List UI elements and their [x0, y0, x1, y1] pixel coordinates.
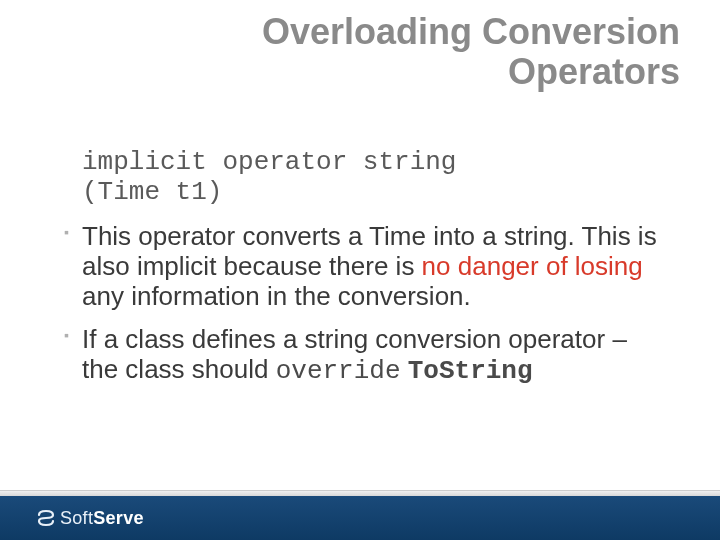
slide-title: Overloading Conversion Operators [262, 12, 680, 91]
code-line-1: implicit operator string [82, 147, 456, 177]
bullet-1-highlight: no danger of losing [422, 251, 643, 281]
brand-logo: SoftServe [36, 508, 144, 529]
brand-name-serve: Serve [93, 508, 144, 528]
bullet-1: This operator converts a Time into a str… [64, 222, 660, 312]
bullet-1-text-b: any information in the conversion. [82, 281, 471, 311]
footer-bar: SoftServe [0, 496, 720, 540]
slide-content: implicit operator string (Time t1) This … [82, 148, 660, 401]
title-line-2: Operators [508, 51, 680, 92]
slide: Overloading Conversion Operators implici… [0, 0, 720, 540]
softserve-icon [36, 508, 56, 528]
bullet-2-code-override: override [276, 356, 401, 386]
title-line-1: Overloading Conversion [262, 11, 680, 52]
brand-name: SoftServe [60, 508, 144, 529]
bullet-2-code-tostring: ToString [408, 356, 533, 386]
brand-name-soft: Soft [60, 508, 93, 528]
code-line-2: (Time t1) [82, 177, 222, 207]
code-snippet: implicit operator string (Time t1) [82, 148, 660, 208]
bullet-2: If a class defines a string conversion o… [64, 325, 660, 387]
